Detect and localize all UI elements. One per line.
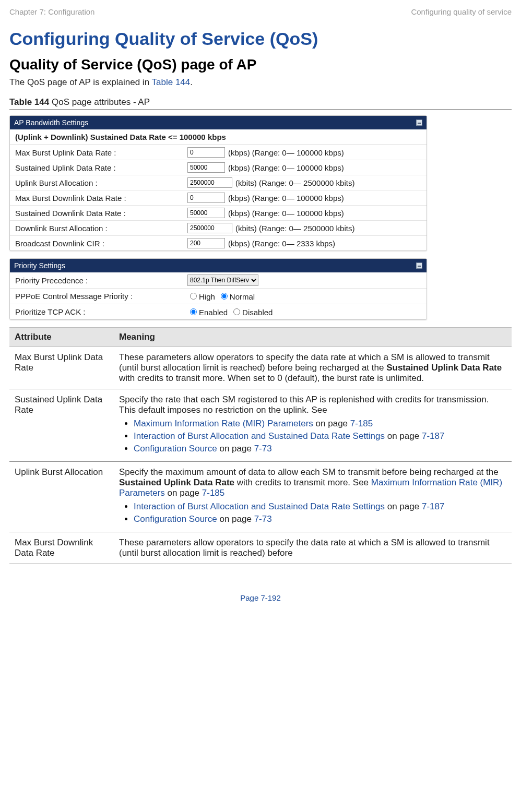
attr-meaning: These parameters allow operators to spec… <box>114 532 512 564</box>
value-input[interactable] <box>187 162 225 173</box>
bandwidth-row: Broadcast Downlink CIR :(kbps) (Range: 0… <box>10 236 427 250</box>
list-item: Interaction of Burst Allocation and Sust… <box>134 431 506 441</box>
cross-ref-link[interactable]: Configuration Source <box>134 444 217 453</box>
table-row: Max Burst Uplink Data Rate These paramet… <box>9 347 512 389</box>
value-suffix: (kbps) (Range: 0— 100000 kbps) <box>228 209 344 218</box>
bold-term: Sustained Uplink Data Rate <box>119 477 234 487</box>
page-title: Configuring Quality of Service (QoS) <box>9 29 512 49</box>
cross-ref-link[interactable]: Maximum Information Rate (MIR) Parameter… <box>134 419 313 428</box>
text: on page <box>385 501 422 511</box>
value-input[interactable] <box>187 177 232 188</box>
panel-subheader: (Uplink + Downlink) Sustained Data Rate … <box>10 129 427 145</box>
row-label: Downlink Burst Allocation : <box>15 224 187 233</box>
value-suffix: (kbps) (Range: 0— 100000 kbps) <box>228 148 344 157</box>
radio-label: Normal <box>230 292 255 301</box>
page-ref-link[interactable]: 7-185 <box>202 488 224 498</box>
pppoe-normal-option[interactable]: Normal <box>218 291 255 302</box>
page-ref-link[interactable]: 7-73 <box>254 444 272 453</box>
value-suffix: (kbps) (Range: 0— 100000 kbps) <box>228 194 344 202</box>
intro-link[interactable]: Table 144 <box>152 77 191 87</box>
row-label: Broadcast Downlink CIR : <box>15 239 187 248</box>
pppoe-high-option[interactable]: High <box>187 291 215 302</box>
bold-term: Sustained Uplink Data Rate <box>386 363 502 373</box>
header-left: Chapter 7: Configuration <box>9 7 94 16</box>
text: on page <box>313 419 350 428</box>
page-ref-link[interactable]: 7-73 <box>254 514 272 524</box>
attr-name: Uplink Burst Allocation <box>9 462 114 532</box>
text: on page <box>385 431 422 441</box>
text: on page <box>217 514 254 524</box>
radio-label: High <box>199 292 215 301</box>
value-input[interactable] <box>187 238 225 248</box>
bandwidth-row: Sustained Uplink Data Rate :(kbps) (Rang… <box>10 160 427 175</box>
section-title: Quality of Service (QoS) page of AP <box>9 56 512 73</box>
row-label: PPPoE Control Message Priority : <box>15 292 187 301</box>
tcpack-enabled-option[interactable]: Enabled <box>187 306 228 317</box>
table-row: Uplink Burst Allocation Specify the maxi… <box>9 462 512 532</box>
row-label: Max Burst Downlink Data Rate : <box>15 194 187 202</box>
text: with credits to transit more. When set t… <box>119 373 424 383</box>
page-ref-link[interactable]: 7-185 <box>350 419 373 428</box>
list-item: Interaction of Burst Allocation and Sust… <box>134 501 506 512</box>
value-suffix: (kbps) (Range: 0— 2333 kbps) <box>228 239 335 248</box>
panel-header-text: Priority Settings <box>14 261 65 270</box>
list-item: Configuration Source on page 7-73 <box>134 444 506 454</box>
th-attribute: Attribute <box>9 328 114 347</box>
radio-label: Enabled <box>199 308 228 317</box>
row-label: Max Burst Uplink Data Rate : <box>15 148 187 157</box>
bandwidth-row: Uplink Burst Allocation :(kbits) (Range:… <box>10 175 427 190</box>
radio-label: Disabled <box>242 308 273 317</box>
radio-input[interactable] <box>190 293 197 300</box>
bandwidth-row: Downlink Burst Allocation :(kbits) (Rang… <box>10 221 427 236</box>
value-input[interactable] <box>187 223 232 233</box>
caption-rule <box>9 110 512 110</box>
doc-list: Maximum Information Rate (MIR) Parameter… <box>119 419 506 454</box>
page-ref-link[interactable]: 7-187 <box>422 431 444 441</box>
bandwidth-row: Sustained Downlink Data Rate :(kbps) (Ra… <box>10 206 427 221</box>
radio-input[interactable] <box>233 308 240 315</box>
radio-input[interactable] <box>190 308 197 315</box>
row-label: Sustained Uplink Data Rate : <box>15 163 187 172</box>
priority-settings-panel: Priority Settings Priority Precedence : … <box>9 258 427 320</box>
tcp-ack-row: Prioritize TCP ACK : Enabled Disabled <box>10 304 427 319</box>
value-suffix: (kbits) (Range: 0— 2500000 kbits) <box>235 178 354 187</box>
list-item: Maximum Information Rate (MIR) Parameter… <box>134 419 506 429</box>
text: on page <box>165 488 202 498</box>
caption-rest: QoS page attributes - AP <box>49 97 150 107</box>
cross-ref-link[interactable]: Configuration Source <box>134 514 217 524</box>
cross-ref-link[interactable]: Interaction of Burst Allocation and Sust… <box>134 431 385 441</box>
attr-meaning: Specify the rate that each SM registered… <box>114 389 512 462</box>
subheader-bold: kbps <box>208 133 226 141</box>
intro-pre: The QoS page of AP is explained in <box>9 77 152 87</box>
cross-ref-link[interactable]: Interaction of Burst Allocation and Sust… <box>134 501 385 511</box>
row-label: Priority Precedence : <box>15 276 187 285</box>
text: Specify the maximum amount of data to al… <box>119 467 499 477</box>
page-header: Chapter 7: Configuration Configuring qua… <box>9 7 512 16</box>
ap-bandwidth-panel: AP Bandwidth Settings (Uplink + Downlink… <box>9 115 427 251</box>
attr-meaning: These parameters allow operators to spec… <box>114 347 512 389</box>
priority-precedence-select[interactable]: 802.1p Then DiffServ <box>187 274 258 286</box>
panel-header: Priority Settings <box>10 259 427 272</box>
caption-bold: Table 144 <box>9 97 49 107</box>
intro-post: . <box>190 77 193 87</box>
attr-name: Sustained Uplink Data Rate <box>9 389 114 462</box>
bandwidth-row: Max Burst Uplink Data Rate :(kbps) (Rang… <box>10 145 427 160</box>
value-input[interactable] <box>187 147 225 158</box>
value-input[interactable] <box>187 208 225 218</box>
radio-input[interactable] <box>221 293 228 300</box>
attr-meaning: Specify the maximum amount of data to al… <box>114 462 512 532</box>
panel-header: AP Bandwidth Settings <box>10 116 427 129</box>
attribute-table: Attribute Meaning Max Burst Uplink Data … <box>9 327 512 564</box>
header-right: Configuring quality of service <box>411 7 512 16</box>
tcpack-disabled-option[interactable]: Disabled <box>231 306 273 317</box>
th-meaning: Meaning <box>114 328 512 347</box>
row-label: Prioritize TCP ACK : <box>15 307 187 316</box>
page-ref-link[interactable]: 7-187 <box>422 501 444 511</box>
collapse-icon[interactable] <box>416 262 422 269</box>
table-row: Max Burst Downlink Data Rate These param… <box>9 532 512 564</box>
priority-precedence-row: Priority Precedence : 802.1p Then DiffSe… <box>10 272 427 289</box>
text: Specify the rate that each SM registered… <box>119 395 489 415</box>
pppoe-priority-row: PPPoE Control Message Priority : High No… <box>10 289 427 304</box>
collapse-icon[interactable] <box>416 120 422 126</box>
value-input[interactable] <box>187 193 225 203</box>
